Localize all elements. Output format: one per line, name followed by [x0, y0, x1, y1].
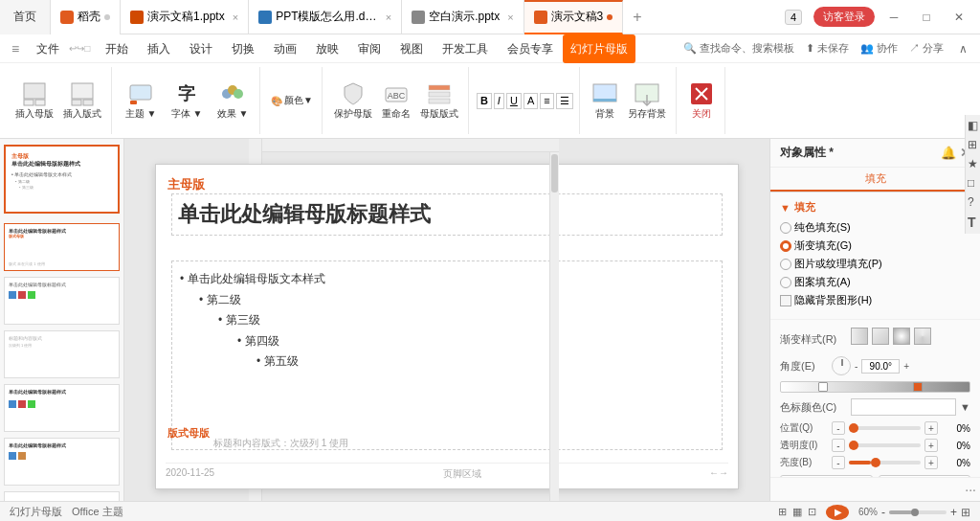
angle-plus[interactable]: + [903, 361, 909, 372]
ribbon-search-tool[interactable]: 🔍 查找命令、搜索模板 [678, 41, 800, 56]
title-area[interactable]: 单击此处编辑母版标题样式 [171, 193, 723, 236]
angle-input[interactable] [861, 359, 900, 374]
tab-active[interactable]: 演示文稿3 [524, 0, 624, 34]
fill-option-solid[interactable]: 纯色填充(S) [780, 220, 970, 235]
grad-style-2[interactable] [872, 328, 889, 345]
grad-style-1[interactable] [851, 328, 868, 345]
ribbon-collapse-button[interactable]: ∧ [949, 39, 976, 58]
panel-side-icon-1[interactable]: ◧ [968, 119, 978, 132]
grad-style-3[interactable] [893, 328, 910, 345]
ribbon-tab-view[interactable]: 视图 [390, 34, 433, 63]
panel-side-icon-2[interactable]: ⊞ [968, 138, 978, 151]
panel-side-icon-4[interactable]: □ [968, 176, 978, 190]
insert-master-button[interactable]: 插入母版 [11, 79, 57, 123]
fit-to-window-button[interactable]: ⊞ [961, 506, 970, 519]
slide-thumb-6[interactable]: 单击此处编辑母版标题样式 [4, 438, 120, 486]
login-button[interactable]: 访客登录 [813, 7, 875, 27]
ribbon-share-tool[interactable]: ↗ 分享 [903, 41, 949, 56]
ribbon-tab-review[interactable]: 审阅 [348, 34, 390, 63]
tab-pptx2-close[interactable]: × [507, 11, 513, 23]
italic-button[interactable]: I [494, 93, 504, 109]
brightness-thumb[interactable] [871, 458, 880, 467]
panel-bell-icon[interactable]: 🔔 [941, 146, 956, 160]
close-master-button[interactable]: 关闭 [684, 79, 719, 123]
transparency-thumb[interactable] [849, 441, 858, 450]
brightness-track[interactable] [849, 461, 921, 464]
ribbon-tab-start[interactable]: 开始 [96, 34, 138, 63]
theme-button[interactable]: 主题 ▼ [120, 79, 162, 123]
tab-docx[interactable]: PPT模版怎么用.docx × [249, 0, 402, 34]
ribbon-tab-design[interactable]: 设计 [180, 34, 222, 63]
brightness-plus[interactable]: + [924, 456, 938, 469]
ribbon-save-tool[interactable]: ⬆ 未保存 [800, 41, 855, 56]
ribbon-tab-slideshow[interactable]: 放映 [306, 34, 348, 63]
ribbon-tab-transition[interactable]: 切换 [222, 34, 264, 63]
color-stop-handle-1[interactable] [818, 382, 828, 392]
zoom-in-button[interactable]: + [950, 506, 957, 519]
zoom-thumb[interactable] [911, 509, 919, 516]
ribbon-tab-member[interactable]: 会员专享 [498, 34, 563, 63]
insert-layout-button[interactable]: 插入版式 [59, 79, 105, 123]
color-stop-handle-2[interactable] [913, 382, 923, 392]
align-center-button[interactable]: ☰ [556, 93, 573, 109]
add-tab-button[interactable]: + [623, 0, 651, 34]
fill-option-pattern[interactable]: 图案填充(A) [780, 275, 970, 289]
slide-thumb-2[interactable]: 单击此处编辑母版标题样式 版式母版 版式 未在只读 1 使用 [4, 223, 120, 271]
underline-button[interactable]: U [506, 93, 522, 109]
fill-option-texture[interactable]: 图片或纹理填充(P) [780, 257, 970, 271]
play-button[interactable]: ▶ [826, 505, 849, 520]
angle-dial[interactable] [832, 356, 851, 375]
ribbon-tab-file[interactable]: 文件 [27, 34, 69, 63]
tab-docx-close[interactable]: × [386, 11, 391, 23]
status-icon-normal[interactable]: ▦ [792, 506, 802, 518]
tab-pptx2[interactable]: 空白演示.pptx × [402, 0, 523, 34]
position-minus[interactable]: - [832, 421, 845, 435]
tab-fill[interactable]: 填充 [770, 168, 980, 192]
protect-master-button[interactable]: 保护母版 [330, 79, 376, 123]
color-stop-dropdown[interactable]: ▼ [960, 401, 970, 413]
slide-thumb-4[interactable]: 标题和内容版式 次级列 1 使用 [4, 330, 120, 378]
zoom-slider[interactable] [889, 510, 947, 514]
text-shadow-button[interactable]: A [523, 93, 538, 109]
panel-side-icon-T[interactable]: T [968, 215, 978, 230]
transparency-plus[interactable]: + [924, 439, 938, 452]
color-stop-color-box[interactable] [851, 398, 956, 416]
tab-pptx1[interactable]: 演示文稿1.pptx × [121, 0, 249, 34]
minimize-button[interactable]: ─ [880, 8, 907, 27]
panel-side-icon-3[interactable]: ★ [968, 157, 978, 170]
ribbon-tab-animation[interactable]: 动画 [264, 34, 306, 63]
panel-more-icon[interactable]: ··· [965, 482, 976, 497]
align-left-button[interactable]: ≡ [540, 93, 553, 109]
color-scheme-button[interactable]: 🎨 颜色▼ [268, 92, 316, 109]
ribbon-tab-developer[interactable]: 开发工具 [433, 34, 498, 63]
fill-option-gradient[interactable]: 渐变填充(G) [780, 238, 970, 253]
tab-wps[interactable]: 稻壳 [51, 0, 121, 34]
vertical-scrollbar[interactable] [549, 152, 559, 501]
ribbon-collab-tool[interactable]: 👥 协作 [855, 41, 903, 56]
bold-button[interactable]: B [477, 93, 492, 109]
panel-side-icon-5[interactable]: ? [968, 195, 978, 209]
restore-button[interactable]: □ [913, 8, 940, 27]
slide-thumb-5[interactable]: 单击此处编辑母版标题样式 [4, 384, 120, 432]
transparency-minus[interactable]: - [832, 439, 845, 452]
color-stop-bar[interactable] [780, 381, 970, 393]
font-button[interactable]: 字 字体 ▼ [166, 79, 208, 123]
ribbon-tab-slidemaster[interactable]: 幻灯片母版 [563, 34, 635, 63]
scroll-thumb[interactable] [551, 154, 558, 193]
bg-button[interactable]: 背景 [588, 79, 622, 123]
transparency-track[interactable] [849, 443, 921, 447]
grad-style-4[interactable] [914, 328, 931, 345]
fill-option-hide-bg[interactable]: 隐藏背景图形(H) [780, 293, 970, 307]
zoom-out-button[interactable]: - [881, 506, 885, 519]
slide-canvas[interactable]: 主母版 单击此处编辑母版标题样式 • 单击此处编辑母版文本样式 • 第二级 • … [155, 164, 739, 489]
content-area[interactable]: • 单击此处编辑母版文本样式 • 第二级 • 第三级 • 第四级 • 第五级 [171, 260, 723, 450]
position-track[interactable] [849, 426, 921, 430]
close-window-button[interactable]: ✕ [946, 8, 972, 27]
master-layout-button[interactable]: 母版版式 [416, 79, 462, 123]
position-plus[interactable]: + [924, 421, 938, 435]
slide-thumb-1[interactable]: 主母版 单击此处编辑母版标题样式 • 单击此处编辑母版文本样式 • 第二级 • … [4, 145, 120, 214]
slide-thumb-3[interactable]: 单击此处编辑母版标题样式 [4, 277, 120, 325]
effect-button[interactable]: 效果 ▼ [212, 79, 254, 123]
home-tab[interactable]: 首页 [0, 0, 51, 34]
slide-thumb-7[interactable]: 版式母版 [4, 491, 120, 501]
